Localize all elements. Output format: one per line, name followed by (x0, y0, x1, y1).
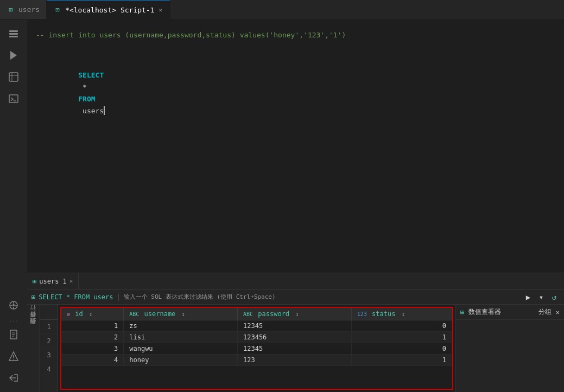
editor-comment: -- insert into users (username,password,… (36, 29, 555, 41)
tab-script[interactable]: ⊡ *<localhost> Script-1 ✕ (47, 0, 170, 19)
cell-status: 1 (351, 355, 452, 366)
col-sort-username[interactable]: ↕ (182, 311, 185, 317)
toolbar-dropdown-btn[interactable]: ▾ (536, 292, 547, 303)
editor-line-3: SELECT * FROM users (27, 56, 564, 130)
row-num-1: 1 (40, 320, 58, 334)
right-panel-icon: ⊞ (460, 309, 464, 316)
cell-password: 123456 (238, 332, 352, 343)
right-panel: ⊞ 数值查看器 分组 ✕ (455, 305, 564, 392)
col-header-password[interactable]: ABC password ↕ (238, 308, 352, 320)
main-container: ... -- insert into users (username,passw… (0, 20, 564, 392)
editor-blank (36, 43, 555, 55)
editor-line-1: -- insert into users (username,password,… (27, 28, 564, 42)
results-tabs: ⊞ users 1 ✕ (27, 273, 564, 290)
cell-username: lisi (124, 332, 238, 343)
sidebar-shortcut-label: ... (9, 317, 18, 323)
script-icon: ⊡ (53, 5, 62, 14)
svg-rect-0 (9, 30, 18, 32)
editor-line-2 (27, 42, 564, 56)
data-table: ⊕ id ↕ ABC username ↕ AB (61, 308, 452, 366)
svg-point-10 (12, 304, 15, 306)
vlabel-row: 行 (27, 312, 40, 319)
sidebar: ... (0, 20, 27, 392)
svg-rect-2 (9, 36, 18, 37)
cell-status: 0 (351, 320, 452, 332)
sidebar-play-icon[interactable] (4, 46, 23, 65)
table-row[interactable]: 1 zs 12345 0 (61, 320, 452, 332)
value-viewer-label[interactable]: 数值查看器 (468, 307, 501, 317)
row-num-4: 4 (40, 362, 58, 376)
sidebar-extensions-icon[interactable] (4, 295, 23, 315)
table-row[interactable]: 3 wangwu 12345 0 (61, 343, 452, 355)
svg-rect-7 (9, 95, 18, 102)
results-toolbar: ⊞ SELECT * FROM users | 输入一个 SQL 表达式来过滤结… (27, 290, 564, 305)
right-panel-toolbar: ⊞ 数值查看器 分组 ✕ (456, 305, 564, 320)
cell-status: 0 (351, 343, 452, 355)
cell-username: zs (124, 320, 238, 332)
cell-password: 12345 (238, 320, 352, 332)
table-header-row: ⊕ id ↕ ABC username ↕ AB (61, 308, 452, 320)
editor-sql-line: SELECT * FROM users (36, 57, 555, 129)
cell-password: 123 (238, 355, 352, 366)
sidebar-doc-icon[interactable] (4, 325, 23, 344)
toolbar-run-btn[interactable]: ▶ (523, 292, 534, 303)
content-area: -- insert into users (username,password,… (27, 20, 564, 392)
row-numbers-col: 1 2 3 4 (40, 305, 58, 392)
table-row[interactable]: 2 lisi 123456 1 (61, 332, 452, 343)
cell-id: 3 (61, 343, 124, 355)
keyword-from: FROM (78, 95, 95, 103)
table-row[interactable]: 4 honey 123 1 (61, 355, 452, 366)
cell-status: 1 (351, 332, 452, 343)
vlabel-collapse-col: 折叠列 (27, 325, 40, 332)
col-sort-password[interactable]: ↕ (295, 311, 299, 317)
results-query-label[interactable]: SELECT * FROM users (39, 293, 113, 301)
data-table-wrapper[interactable]: ⊕ id ↕ ABC username ↕ AB (60, 307, 453, 390)
row-num-3: 3 (40, 348, 58, 362)
toolbar-refresh-btn[interactable]: ↺ (549, 292, 560, 303)
sidebar-warning-icon[interactable] (4, 346, 23, 366)
row-num-header (40, 305, 58, 320)
svg-point-21 (13, 359, 14, 360)
col-sort-status[interactable]: ↕ (402, 311, 405, 317)
group-label[interactable]: 分组 (538, 307, 552, 317)
cell-username: honey (124, 355, 238, 366)
sidebar-exit-icon[interactable] (4, 368, 23, 388)
svg-rect-1 (9, 33, 18, 35)
cell-username: wangwu (124, 343, 238, 355)
tab-script-close[interactable]: ✕ (158, 5, 164, 15)
results-content: 列区 行 折叠行 折叠列 1 2 3 4 (27, 305, 564, 392)
keyword-select: SELECT (78, 71, 104, 79)
tab-users-label: users (18, 5, 40, 14)
svg-rect-4 (9, 73, 18, 81)
svg-marker-3 (10, 51, 17, 60)
sidebar-db-icon[interactable] (4, 24, 23, 43)
cell-id: 4 (61, 355, 124, 366)
results-tab-users[interactable]: ⊞ users 1 ✕ (27, 273, 79, 289)
results-query-icon: ⊞ (31, 293, 35, 301)
sidebar-schema-icon[interactable] (4, 67, 23, 87)
cell-id: 2 (61, 332, 124, 343)
tab-users[interactable]: ⊞ users (0, 0, 47, 19)
col-header-id[interactable]: ⊕ id ↕ (61, 308, 124, 320)
col-sort-id[interactable]: ↕ (89, 311, 92, 317)
group-close-btn[interactable]: ✕ (556, 309, 560, 316)
vlabel-collapse-row: 折叠行 (27, 319, 40, 325)
results-tab-close[interactable]: ✕ (69, 278, 73, 285)
col-header-status[interactable]: 123 status ↕ (351, 308, 452, 320)
results-filter-hint: 输入一个 SQL 表达式来过滤结果 (使用 Ctrl+Space) (124, 293, 276, 301)
results-tab-label: users 1 (39, 278, 67, 285)
row-num-2: 2 (40, 334, 58, 348)
operator-star: * (78, 83, 91, 91)
vertical-labels: 列区 行 折叠行 折叠列 (27, 305, 40, 392)
results-tab-icon: ⊞ (33, 278, 36, 285)
toolbar-sep-1: | (117, 293, 121, 301)
col-header-username[interactable]: ABC username ↕ (124, 308, 238, 320)
tab-script-label: *<localhost> Script-1 (65, 6, 154, 14)
sidebar-console-icon[interactable] (4, 89, 23, 108)
cell-password: 12345 (238, 343, 352, 355)
vlabel-col: 列区 (27, 306, 40, 312)
table-icon: ⊞ (7, 5, 15, 14)
code-editor[interactable]: -- insert into users (username,password,… (27, 20, 564, 273)
cell-id: 1 (61, 320, 124, 332)
tab-bar: ⊞ users ⊡ *<localhost> Script-1 ✕ (0, 0, 564, 20)
